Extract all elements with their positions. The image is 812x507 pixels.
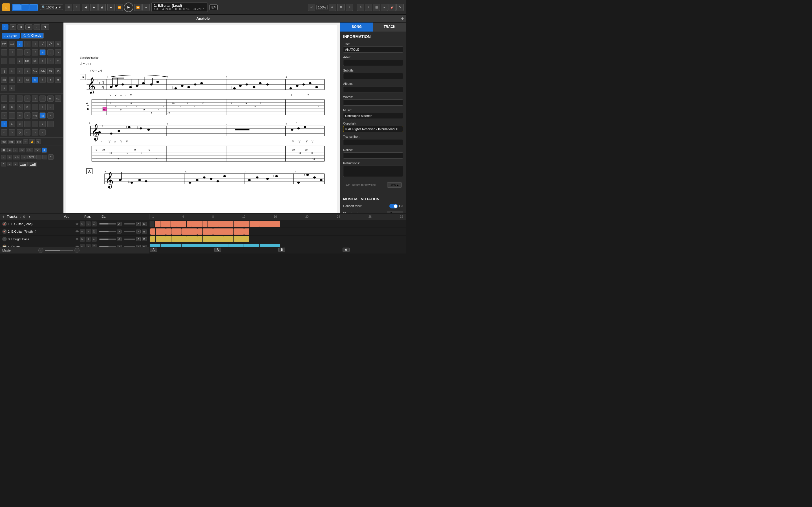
track-2-pan-slider[interactable]	[124, 231, 135, 232]
track-tab[interactable]: TRACK	[373, 22, 406, 32]
rest-32nd[interactable]: 𝅀	[40, 96, 46, 102]
right-zoom[interactable]: 100%	[316, 5, 327, 10]
palm-mute[interactable]: P.M.	[55, 96, 61, 102]
track-3-solo[interactable]: S	[86, 237, 91, 242]
zoom-control[interactable]: 🔍 100% ▲ ▼	[40, 4, 63, 10]
settings-btn[interactable]: ⚙	[337, 4, 345, 11]
tab-4[interactable]: 4	[26, 24, 32, 30]
track-4-clip-3[interactable]	[166, 244, 181, 247]
btn-x-mark[interactable]: ✕	[1, 104, 7, 110]
track-2-clip-7[interactable]	[203, 228, 213, 235]
let-ring[interactable]: let	[47, 96, 54, 102]
grid-view-btn[interactable]: ⊞	[65, 4, 72, 11]
note-row[interactable]: ♩	[1, 155, 6, 159]
arrow-row[interactable]: ↑↓	[21, 155, 27, 159]
decresc-mark[interactable]: >	[9, 85, 15, 91]
track-2-vol-slider[interactable]	[99, 231, 116, 232]
tab-1[interactable]: 1	[2, 24, 8, 30]
dynamic-p[interactable]: p	[17, 76, 23, 83]
section-marker-a1[interactable]: A	[150, 247, 157, 252]
fret-btn[interactable]: ⊕	[36, 139, 41, 144]
track-4-clip-11[interactable]	[260, 244, 280, 247]
slap-btn[interactable]: slap	[8, 140, 15, 144]
dot-1[interactable]: ·	[1, 58, 7, 64]
tilde-btn[interactable]: ~	[32, 121, 38, 127]
home-button[interactable]: ⌂	[2, 3, 10, 11]
note-accent[interactable]: >	[55, 49, 61, 55]
auto-btn[interactable]: AUTO	[28, 155, 36, 159]
note-half[interactable]: 𝅗𝅥	[9, 49, 15, 55]
tab-2[interactable]: 2	[10, 24, 16, 30]
track-settings-button[interactable]: ⚙	[23, 215, 26, 219]
track-1-vol-slider[interactable]	[99, 223, 116, 224]
track-1-clip-1[interactable]	[155, 221, 160, 227]
dot-2[interactable]: ··	[9, 58, 15, 64]
master-vol-knob[interactable]: ·	[38, 248, 43, 253]
track-1-clip-5[interactable]	[187, 221, 192, 227]
less-btn[interactable]: <	[1, 129, 7, 135]
wave-btn2[interactable]: 〜	[48, 154, 54, 160]
triplet-mark[interactable]: -3-	[17, 58, 23, 64]
rest-16th[interactable]: 𝄿	[32, 96, 38, 102]
track-3-clip-6[interactable]	[197, 236, 202, 242]
trem-pick[interactable]: tr.	[9, 121, 15, 127]
list-view-btn[interactable]: ≡	[73, 4, 80, 11]
dot-note[interactable]: ·	[47, 121, 54, 127]
tab-3[interactable]: 3	[17, 24, 24, 30]
add-tab-button[interactable]: +	[401, 16, 404, 21]
dot-btn2[interactable]: ·	[40, 129, 46, 135]
btn-wave[interactable]: ~	[32, 104, 38, 110]
note-whole[interactable]: 𝅗𝅥	[1, 49, 7, 55]
notation-wave[interactable]: ~	[47, 58, 54, 64]
track-1-clip-7[interactable]	[202, 221, 207, 227]
track-1-clip-9[interactable]	[218, 221, 234, 227]
audio-btn[interactable]: ♫	[357, 4, 364, 11]
btn-tilde[interactable]: ✕	[24, 104, 31, 110]
notation-turn[interactable]: ↩	[55, 58, 61, 64]
play-button[interactable]: ▶	[124, 3, 133, 12]
concert-tone-toggle[interactable]	[389, 204, 398, 209]
txt-btn[interactable]: TXT	[34, 148, 41, 152]
audio-btn-left[interactable]: ♪	[1, 121, 7, 127]
slide-up[interactable]: ↗	[17, 112, 23, 119]
track-2-clip-6[interactable]	[197, 228, 202, 235]
track-3-clip-7[interactable]	[203, 236, 223, 242]
slide-down[interactable]: ↘	[24, 112, 31, 119]
pop-btn[interactable]: pop	[16, 140, 22, 144]
track-3-eye[interactable]: 👁	[75, 237, 79, 241]
less-button[interactable]: Less ▲	[387, 182, 402, 187]
chords-tab[interactable]: ⬡ ⬡ Chords	[21, 33, 44, 39]
undo-button[interactable]: ◀	[82, 4, 89, 11]
track-4-clip-4[interactable]	[182, 244, 192, 247]
view-btn-2[interactable]	[21, 4, 29, 10]
note-row2[interactable]: ♫	[7, 155, 12, 159]
dynamic-ff[interactable]: ff	[47, 76, 54, 83]
track-1-clip-4[interactable]	[176, 221, 186, 227]
finger-btn[interactable]: ☞	[23, 139, 28, 144]
track-1-eq[interactable]: ⊞	[142, 222, 147, 226]
dynamic-f[interactable]: f	[40, 76, 46, 83]
track-2-mute[interactable]: M	[80, 229, 85, 234]
btn-zigzag[interactable]: ∿	[40, 104, 46, 110]
note-8th[interactable]: ♪	[24, 49, 31, 55]
track-2-eye[interactable]: 👁	[75, 230, 79, 233]
section-marker-a3[interactable]: A	[343, 247, 350, 252]
vibrato[interactable]: V	[47, 112, 54, 119]
choke[interactable]: ⊙	[17, 121, 23, 127]
rasg[interactable]: rasg.	[32, 112, 38, 119]
master-vol-slider[interactable]	[45, 250, 73, 251]
nlet-mark[interactable]: n:m	[24, 58, 31, 64]
track-1-clip-6[interactable]	[192, 221, 202, 227]
words-input[interactable]	[343, 100, 403, 106]
bend-down[interactable]: ↓	[9, 112, 15, 119]
up-arrow-btn[interactable]: ↑	[36, 155, 42, 159]
rewind-button[interactable]: ⏪	[116, 4, 123, 11]
notation-triplet[interactable]: 3	[17, 41, 23, 47]
notation-bar2[interactable]: ‖	[32, 41, 38, 47]
eq-btn[interactable]: ▦	[373, 4, 380, 11]
track-2-headphones[interactable]: 🎧	[92, 229, 97, 234]
track-4-clip-10[interactable]	[249, 244, 259, 247]
notation-repeat[interactable]: %	[55, 41, 61, 47]
track-4-clip-2[interactable]	[161, 244, 166, 247]
album-input[interactable]	[343, 86, 403, 93]
